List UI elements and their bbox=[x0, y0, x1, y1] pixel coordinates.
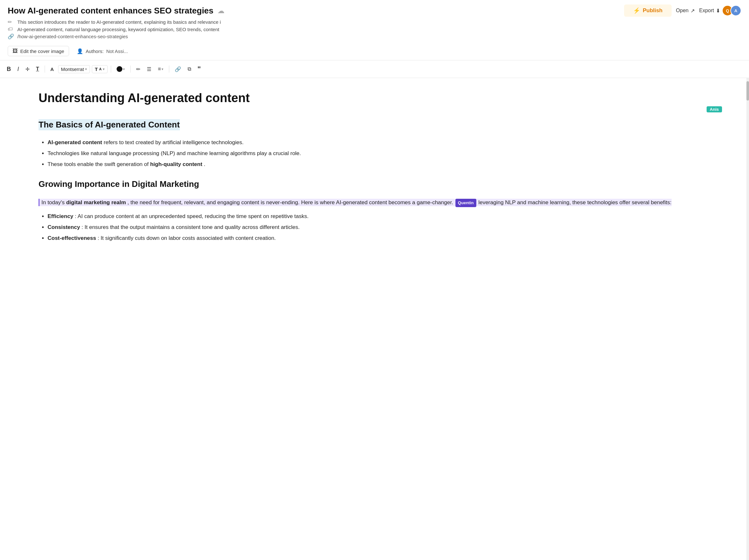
consistency-bold: Consistency bbox=[47, 224, 80, 230]
consistency-text: : It ensures that the output maintains a… bbox=[82, 224, 300, 230]
bold-button[interactable]: B bbox=[4, 65, 13, 74]
link-icon: 🔗 bbox=[8, 34, 14, 40]
list-icon: ☰ bbox=[147, 66, 151, 72]
open-icon: ↗ bbox=[690, 8, 695, 14]
italic-button[interactable]: I bbox=[15, 65, 21, 74]
tags-meta: 🏷 AI-generated content, natural language… bbox=[8, 26, 741, 32]
bullet-bold-3: high-quality content bbox=[150, 161, 202, 167]
duplicate-button[interactable]: ⧉ bbox=[185, 65, 193, 73]
open-button[interactable]: Open ↗ bbox=[676, 8, 695, 14]
importance-bullet-list: Efficiency : AI can produce content at a… bbox=[47, 212, 721, 243]
bullet-text-3-end: . bbox=[204, 161, 206, 167]
anis-user-label: Anis bbox=[707, 106, 722, 112]
publish-button[interactable]: ⚡ Publish bbox=[624, 4, 671, 17]
avatars: Q A bbox=[725, 5, 741, 16]
basics-bullet-list: AI-generated content refers to text crea… bbox=[47, 138, 721, 169]
strikethrough-icon: ✛ bbox=[25, 66, 29, 72]
list-item: AI-generated content refers to text crea… bbox=[47, 138, 721, 147]
chevron-down-icon: ▾ bbox=[85, 67, 87, 71]
description-meta: ✏ This section introduces the reader to … bbox=[8, 19, 741, 25]
editor-area[interactable]: Understanding AI-generated content Anis … bbox=[0, 78, 746, 560]
highlight-button[interactable]: ✏ bbox=[134, 65, 143, 73]
color-chevron-icon: ▾ bbox=[123, 67, 125, 71]
cost-bold: Cost-effectiveness bbox=[47, 235, 96, 241]
basics-heading: The Basics of AI-generated Content bbox=[39, 119, 180, 130]
main-content: Understanding AI-generated content Anis … bbox=[0, 78, 749, 560]
efficiency-bold: Efficiency bbox=[47, 213, 73, 219]
list-item: Cost-effectiveness : It significantly cu… bbox=[47, 234, 721, 243]
highlight-icon: ✏ bbox=[136, 66, 141, 72]
pencil-icon: ✏ bbox=[8, 19, 14, 25]
duplicate-icon: ⧉ bbox=[188, 66, 191, 72]
export-button[interactable]: Export ⬇ bbox=[699, 8, 720, 14]
list-item: Consistency : It ensures that the output… bbox=[47, 223, 721, 232]
divider-2 bbox=[111, 65, 111, 72]
scrollbar-thumb[interactable] bbox=[746, 81, 749, 101]
underline-button[interactable]: T bbox=[34, 65, 41, 73]
avatar-2: A bbox=[730, 5, 741, 16]
authors-label: Authors: bbox=[86, 48, 104, 54]
divider-3 bbox=[130, 65, 131, 72]
font-icon: A bbox=[50, 66, 54, 72]
para-start: In today's bbox=[41, 199, 66, 206]
doc-title: Understanding AI-generated content bbox=[39, 91, 721, 106]
basics-heading-container: Anis The Basics of AI-generated Content bbox=[39, 113, 721, 135]
top-right-actions: ⚡ Publish Open ↗ Export ⬇ Q A bbox=[624, 4, 741, 17]
highlighted-paragraph: In today's digital marketing realm , the… bbox=[39, 199, 671, 206]
list-item: These tools enable the swift generation … bbox=[47, 160, 721, 169]
formatting-toolbar: B I ✛ T A Montserrat ▾ T A ▾ ▾ ✏ ☰ ≡ ▾ 🔗… bbox=[0, 60, 749, 78]
cloud-save-icon: ☁ bbox=[217, 7, 224, 15]
quentin-user-label: Quentin bbox=[455, 199, 476, 207]
color-picker-button[interactable]: ▾ bbox=[114, 65, 127, 73]
image-icon: 🖼 bbox=[13, 48, 18, 54]
authors-value: Not Assi... bbox=[106, 48, 128, 54]
list-button[interactable]: ☰ bbox=[145, 65, 153, 73]
publish-label: Publish bbox=[643, 7, 662, 14]
quote-button[interactable]: " bbox=[195, 64, 203, 74]
bold-label: B bbox=[7, 66, 11, 72]
para-end: leveraging NLP and machine learning, the… bbox=[478, 199, 671, 206]
url-meta: 🔗 /how-ai-generated-content-enhances-seo… bbox=[8, 34, 741, 40]
font-size-label: T bbox=[95, 66, 98, 72]
align-icon: ≡ bbox=[158, 66, 160, 72]
font-label-button: A bbox=[48, 65, 56, 73]
page-header: How AI-generated content enhances SEO st… bbox=[0, 0, 749, 60]
font-size-chevron-icon: ▾ bbox=[103, 67, 105, 71]
link-button[interactable]: 🔗 bbox=[172, 65, 184, 73]
export-icon: ⬇ bbox=[716, 8, 720, 14]
divider-4 bbox=[169, 65, 169, 72]
cover-authors-row: 🖼 Edit the cover image 👤 Authors: Not As… bbox=[8, 43, 741, 60]
cost-text: : It significantly cuts down on labor co… bbox=[98, 235, 276, 241]
authors-section: 👤 Authors: Not Assi... bbox=[77, 48, 128, 54]
bullet-text-1: refers to text created by artificial int… bbox=[104, 139, 244, 146]
efficiency-text: : AI can produce content at an unprecede… bbox=[75, 213, 309, 219]
quote-icon: " bbox=[197, 65, 201, 73]
para-bold: digital marketing realm bbox=[66, 199, 126, 206]
url-text: /how-ai-generated-content-enhances-seo-s… bbox=[17, 34, 128, 39]
italic-label: I bbox=[17, 66, 19, 72]
scrollbar-track[interactable] bbox=[746, 78, 749, 560]
list-item: Technologies like natural language proce… bbox=[47, 149, 721, 158]
link-toolbar-icon: 🔗 bbox=[175, 66, 181, 72]
color-circle-icon bbox=[116, 66, 122, 72]
importance-paragraph: In today's digital marketing realm , the… bbox=[39, 198, 721, 208]
align-button[interactable]: ≡ ▾ bbox=[155, 65, 165, 73]
list-item: Efficiency : AI can produce content at a… bbox=[47, 212, 721, 221]
meta-row: ✏ This section introduces the reader to … bbox=[8, 19, 741, 40]
font-size-selector[interactable]: T A ▾ bbox=[92, 65, 108, 73]
person-icon: 👤 bbox=[77, 48, 83, 54]
font-size-small: A bbox=[99, 67, 102, 71]
align-chevron-icon: ▾ bbox=[162, 67, 164, 71]
para-middle: , the need for frequent, relevant, and e… bbox=[128, 199, 455, 206]
page-title: How AI-generated content enhances SEO st… bbox=[8, 6, 214, 16]
publish-icon: ⚡ bbox=[633, 7, 640, 14]
tags-text: AI-generated content, natural language p… bbox=[17, 27, 219, 32]
divider-1 bbox=[45, 65, 45, 72]
font-selector[interactable]: Montserrat ▾ bbox=[58, 65, 90, 73]
strikethrough-button[interactable]: ✛ bbox=[23, 65, 32, 73]
bullet-bold-1: AI-generated content bbox=[47, 139, 102, 146]
tag-icon: 🏷 bbox=[8, 26, 14, 32]
edit-cover-button[interactable]: 🖼 Edit the cover image bbox=[8, 46, 69, 56]
underline-icon: T bbox=[36, 66, 39, 72]
open-label: Open bbox=[676, 8, 689, 14]
